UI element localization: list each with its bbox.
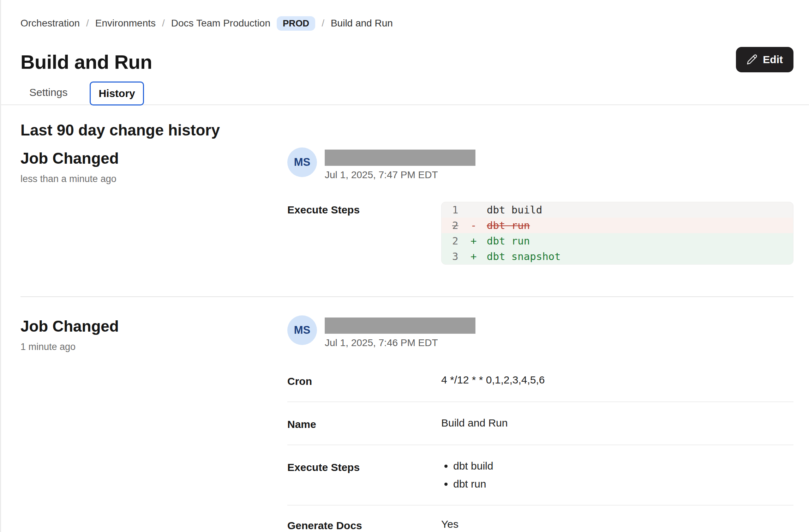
author-row: MS Jul 1, 2025, 7:46 PM EDT (287, 315, 793, 349)
field-label: Execute Steps (287, 202, 441, 265)
diff-line-number: 3 (452, 250, 471, 262)
avatar: MS (287, 147, 317, 177)
field-value: dbt build dbt run (441, 459, 493, 491)
redacted-name-bar (325, 150, 475, 166)
entry-detail: MS Jul 1, 2025, 7:47 PM EDT Execute Step… (287, 147, 793, 265)
execute-steps-diff-block: 1 dbt build 2 -dbt run 2 +dbt run 3 +dbt… (441, 202, 793, 265)
breadcrumb-item-environments[interactable]: Environments (95, 18, 156, 29)
page: Orchestration / Environments / Docs Team… (0, 0, 809, 532)
redacted-name-bar (325, 318, 475, 334)
field-value: Build and Run (441, 416, 508, 430)
breadcrumb-separator: / (162, 18, 165, 29)
diff-code: dbt build (487, 204, 542, 216)
field-value: Yes (441, 518, 459, 532)
diff-code: dbt run (487, 235, 530, 247)
diff-sign: + (471, 250, 487, 262)
field-row-execute-steps: Execute Steps dbt build dbt run (287, 445, 793, 506)
edit-button-label: Edit (763, 54, 783, 66)
field-label: Name (287, 416, 441, 430)
author-meta: Jul 1, 2025, 7:47 PM EDT (325, 147, 475, 181)
breadcrumb-item-environment-name[interactable]: Docs Team Production (171, 18, 270, 29)
list-item: dbt run (453, 477, 493, 491)
entry-relative-time: 1 minute ago (20, 341, 287, 352)
entry-timestamp: Jul 1, 2025, 7:46 PM EDT (325, 337, 475, 349)
changed-fields-table: Cron 4 */12 * * 0,1,2,3,4,5,6 Name Build… (287, 359, 793, 532)
diff-code: dbt snapshot (487, 250, 561, 262)
diff-code: dbt run (487, 219, 530, 231)
field-row-name: Name Build and Run (287, 402, 793, 445)
diff-sign: - (471, 219, 487, 231)
entry-summary: Job Changed 1 minute ago (20, 315, 287, 532)
field-value: 4 */12 * * 0,1,2,3,4,5,6 (441, 373, 545, 387)
history-entry: Job Changed 1 minute ago MS Jul 1, 2025,… (20, 297, 793, 532)
diff-line-removed: 2 -dbt run (442, 218, 793, 233)
field-label: Cron (287, 373, 441, 387)
entry-relative-time: less than a minute ago (20, 174, 287, 185)
diff-line-added: 2 +dbt run (442, 233, 793, 249)
avatar: MS (287, 315, 317, 345)
field-label: Generate Docs (287, 518, 441, 532)
author-row: MS Jul 1, 2025, 7:47 PM EDT (287, 147, 793, 181)
field-row-generate-docs: Generate Docs Yes (287, 506, 793, 532)
field-row-cron: Cron 4 */12 * * 0,1,2,3,4,5,6 (287, 359, 793, 402)
diff-sign: + (471, 235, 487, 247)
edit-button[interactable]: Edit (736, 47, 793, 72)
diff-line-number: 1 (452, 204, 471, 216)
tab-history[interactable]: History (90, 81, 144, 105)
list-item: dbt build (453, 459, 493, 473)
entry-title: Job Changed (20, 318, 287, 335)
pencil-icon (747, 54, 757, 65)
diff-line-number: 2 (452, 235, 471, 247)
breadcrumb-separator: / (86, 18, 89, 29)
entry-timestamp: Jul 1, 2025, 7:47 PM EDT (325, 169, 475, 181)
field-row-execute-steps: Execute Steps 1 dbt build 2 -dbt run 2 +… (287, 202, 793, 265)
execute-steps-list: dbt build dbt run (441, 459, 493, 491)
change-history-heading: Last 90 day change history (20, 121, 793, 139)
entry-title: Job Changed (20, 150, 287, 167)
diff-line-number: 2 (452, 219, 471, 231)
entry-summary: Job Changed less than a minute ago (20, 147, 287, 265)
field-label: Execute Steps (287, 459, 441, 491)
author-meta: Jul 1, 2025, 7:46 PM EDT (325, 315, 475, 349)
breadcrumb-current-page: Build and Run (331, 18, 393, 29)
breadcrumb: Orchestration / Environments / Docs Team… (20, 16, 793, 31)
page-header: Build and Run Edit (20, 50, 793, 73)
entry-detail: MS Jul 1, 2025, 7:46 PM EDT Cron 4 */12 … (287, 315, 793, 532)
diff-line-context: 1 dbt build (442, 202, 793, 218)
diff-line-added: 3 +dbt snapshot (442, 249, 793, 264)
prod-badge: PROD (277, 16, 315, 31)
breadcrumb-separator: / (322, 18, 324, 29)
page-title: Build and Run (20, 50, 152, 73)
breadcrumb-item-orchestration[interactable]: Orchestration (20, 18, 80, 29)
tab-bar: Settings History (1, 80, 809, 105)
history-entry: Job Changed less than a minute ago MS Ju… (20, 139, 793, 265)
tab-settings[interactable]: Settings (20, 80, 76, 104)
